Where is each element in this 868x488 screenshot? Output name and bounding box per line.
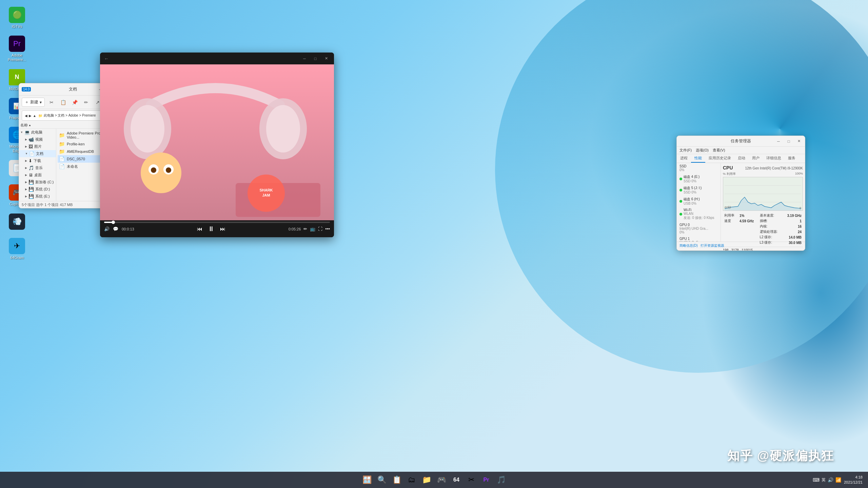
- taskbar-music-button[interactable]: 🎵: [494, 473, 508, 487]
- pause-button[interactable]: ⏸: [208, 225, 215, 233]
- tab-app-history[interactable]: 应用历史记录: [705, 154, 734, 163]
- taskbar-clock[interactable]: 4:18 2021/12/21: [844, 475, 863, 485]
- taskbar-start-button[interactable]: 🪟: [360, 473, 374, 487]
- minimize-button[interactable]: ─: [299, 55, 310, 63]
- sidebar-wifi[interactable]: Wi-FiWLAN发送: 0 接收: 0 Kbps: [677, 207, 721, 222]
- minimize-button[interactable]: ─: [774, 138, 783, 145]
- status-dot-icon: [679, 189, 682, 191]
- expand-arrow-icon: ▶: [25, 159, 27, 162]
- premiere-icon: Pr: [484, 477, 489, 483]
- tab-users[interactable]: 用户: [749, 154, 763, 163]
- copy-button[interactable]: 📋: [58, 98, 68, 107]
- taskbar-search-button[interactable]: 🔍: [375, 473, 389, 487]
- sidebar-label: 此电脑: [31, 130, 42, 135]
- fullscreen-icon[interactable]: ⛶: [318, 226, 322, 231]
- sidebar-disk5[interactable]: 磁盘 5 (J: l:)SSD 0%: [677, 184, 721, 196]
- sidebar-label: 磁盘 4 (E:)SSD 0%: [684, 175, 699, 183]
- tab-details[interactable]: 详细信息: [763, 154, 785, 163]
- file-explorer-title: 文档: [69, 86, 77, 92]
- sidebar-disk6[interactable]: 磁盘 6 (H:)USB 0%: [677, 196, 721, 207]
- svg-text:JAM: JAM: [262, 193, 270, 197]
- cut-button[interactable]: ✂: [47, 98, 56, 107]
- menu-view[interactable]: 查看(V): [713, 148, 725, 153]
- taskbar-premiere-button[interactable]: Pr: [479, 473, 493, 487]
- sidebar-gpu0[interactable]: GPU 0Intel(R) UHD Gra...0%: [677, 222, 721, 236]
- new-button[interactable]: ＋ 新建 ▾: [22, 98, 45, 107]
- back-button[interactable]: ←: [104, 56, 109, 61]
- center-controls: ⏮ ⏸ ⏭: [197, 225, 225, 233]
- sidebar-label: SSD0%: [679, 164, 687, 172]
- taskbar-game-button[interactable]: 🎮: [435, 473, 448, 487]
- documents-icon: 📄: [29, 151, 35, 156]
- taskbar-taskview-button[interactable]: 📋: [390, 473, 403, 487]
- cast-icon[interactable]: 📺: [310, 226, 315, 231]
- sidebar-ssd[interactable]: SSD0%: [677, 163, 721, 173]
- task-manager-main: CPU 12th Gen Intel(R) Core(TM) i9-12900K…: [721, 163, 805, 242]
- sidebar-item-e-drive[interactable]: ▶ 💾 系统 (E:): [19, 193, 56, 200]
- taskbar-explorer-button[interactable]: 📁: [420, 473, 433, 487]
- tab-performance[interactable]: 性能: [691, 154, 705, 163]
- tab-startup[interactable]: 启动: [734, 154, 749, 163]
- sidebar-item-video[interactable]: ▶ 📹 视频: [19, 136, 56, 143]
- ime-icon[interactable]: 英: [822, 477, 826, 483]
- progress-bar[interactable]: [104, 222, 330, 223]
- rewind-icon[interactable]: ⏮: [197, 226, 202, 232]
- rename-button[interactable]: ✏: [81, 98, 91, 107]
- sidebar-disk4[interactable]: 磁盘 4 (E:)SSD 0%: [677, 173, 721, 184]
- desktop-icon-64gram[interactable]: ✈ 64Gram: [3, 238, 31, 260]
- cpu-stats-table: 利用率 1% 基本速度: 3.19 GHz 速度 4.59 GHz 插槽: 1 …: [723, 213, 803, 245]
- forward-icon[interactable]: ⏭: [220, 226, 225, 232]
- sidebar-item-c-drive[interactable]: ▶ 💾 新加卷 (C:): [19, 179, 56, 186]
- sidebar-item-f-drive[interactable]: ▶ 💾 系统 (F:): [19, 200, 56, 201]
- volume-icon[interactable]: 🔊: [828, 477, 833, 483]
- controls-row: 🔊 💬 00:0:13 ⏮ ⏸ ⏭ 0:05:26 ✏ 📺 ⛶ •••: [104, 225, 330, 233]
- edit-icon[interactable]: ✏: [303, 226, 307, 231]
- drive-icon: 💾: [28, 180, 34, 185]
- time-display: 4:18: [844, 475, 863, 480]
- stat-label: 基本速度:: [758, 213, 783, 218]
- sidebar-item-pc[interactable]: ▼ 💻 此电脑: [19, 129, 56, 136]
- sidebar-item-pictures[interactable]: ▶ 🖼 图片: [19, 143, 56, 150]
- sidebar-label: 系统 (E:): [35, 194, 50, 199]
- expand-arrow-icon: ▼: [20, 131, 23, 134]
- taskbar-64gram-button[interactable]: 64: [450, 473, 463, 487]
- maximize-button[interactable]: □: [310, 55, 320, 63]
- stat-value: [738, 224, 758, 229]
- wifi-icon[interactable]: 📶: [835, 477, 841, 483]
- sidebar-item-d-drive[interactable]: ▶ 💾 系统 (D:): [19, 186, 56, 193]
- keyboard-icon[interactable]: ⌨: [813, 477, 820, 483]
- desktop-icon-steam[interactable]: 💨: [3, 214, 31, 231]
- sidebar-item-desktop[interactable]: ▶ 🖥 桌面: [19, 171, 56, 179]
- sidebar-gpu1[interactable]: GPU 1NVIDIA GeForce...47% (27°C): [677, 236, 721, 242]
- new-icon: ＋: [25, 99, 29, 105]
- expand-arrow-icon: ▼: [25, 152, 28, 155]
- taskbar-screenshot-button[interactable]: ✂: [465, 473, 478, 487]
- close-button[interactable]: ✕: [794, 138, 804, 145]
- expand-arrow-icon: ▶: [25, 181, 27, 184]
- sidebar-item-documents[interactable]: ▼ 📄 文档: [19, 150, 56, 157]
- menu-options[interactable]: 选项(O): [696, 148, 709, 153]
- close-button[interactable]: ✕: [321, 55, 331, 63]
- stat-row: L2 缓存: 14.0 MB: [723, 235, 803, 240]
- more-icon[interactable]: •••: [325, 226, 330, 231]
- restore-button[interactable]: □: [784, 138, 793, 145]
- menu-file[interactable]: 文件(F): [679, 148, 692, 153]
- controls-right: 0:05:26 ✏ 📺 ⛶ •••: [289, 226, 330, 231]
- brief-info-link[interactable]: 简略信息(D): [679, 243, 698, 248]
- task-manager-sidebar: SSD0% 磁盘 4 (E:)SSD 0% 磁盘 5 (J: l:)SSD 0%…: [677, 163, 721, 242]
- desktop-icon-igtv[interactable]: 🟢 IGTVs: [3, 7, 31, 29]
- taskbar-widgets-button[interactable]: 🗂: [405, 473, 418, 487]
- subtitles-icon[interactable]: 💬: [113, 226, 118, 231]
- sidebar-label: GPU 0Intel(R) UHD Gra...0%: [679, 223, 708, 234]
- svg-point-2: [131, 105, 164, 152]
- sidebar-item-downloads[interactable]: ▶ ⬇ 下载: [19, 157, 56, 164]
- tab-process[interactable]: 进程: [677, 154, 691, 163]
- desktop-icon-premiere[interactable]: Pr AdobePremiere...: [3, 36, 31, 62]
- folder-icon: 📁: [59, 149, 65, 154]
- volume-icon[interactable]: 🔊: [104, 226, 110, 231]
- cpu-header: CPU 12th Gen Intel(R) Core(TM) i9-12900K: [723, 165, 803, 170]
- tab-services[interactable]: 服务: [785, 154, 799, 163]
- paste-button[interactable]: 📌: [70, 98, 79, 107]
- resource-monitor-link[interactable]: 打开资源监视器: [701, 243, 724, 248]
- sidebar-item-music[interactable]: ▶ 🎵 音乐: [19, 164, 56, 171]
